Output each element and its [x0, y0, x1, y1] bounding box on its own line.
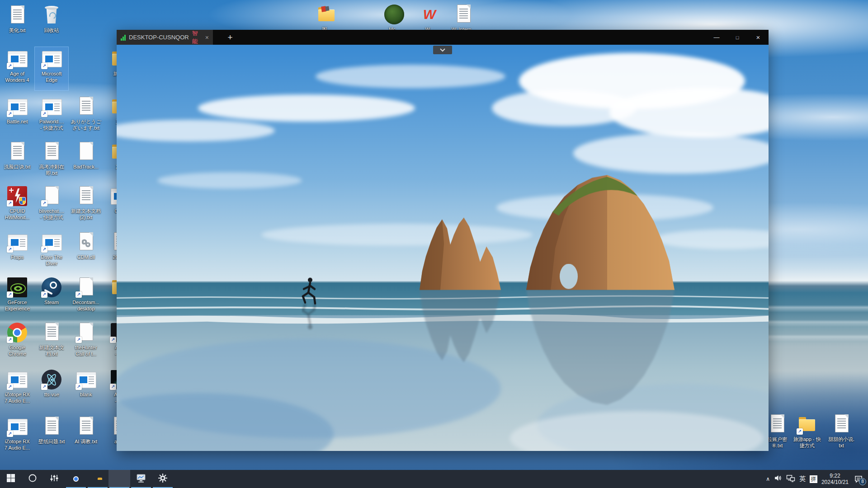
text-file-icon: [41, 416, 62, 437]
desktop-icon-badtrack[interactable]: BadTrack...: [69, 140, 103, 183]
settings-button[interactable]: [152, 470, 174, 488]
tray-expand-button[interactable]: ∧: [766, 476, 770, 482]
icon-label-line1: 旅游app - 快: [787, 436, 827, 442]
toolbar-expand-button[interactable]: [433, 46, 452, 54]
desktop-icon-ai-tiaojiao-txt[interactable]: AI 调教.txt: [69, 415, 103, 458]
desktop-icon-izotope-rx-7-audio-2[interactable]: iZotope RX7 Audio E...: [0, 415, 34, 458]
icon-label-line2: 7 Audio E...: [0, 398, 37, 404]
shortcut-arrow-icon: [75, 291, 82, 298]
volume-icon[interactable]: [774, 474, 782, 484]
desktop-icon-cpuid-hwmonitor[interactable]: CPUIDHWMonit...: [0, 184, 34, 228]
icon-label: 高考冲刺在即.txt: [32, 164, 71, 176]
shortcut-arrow-icon: [7, 291, 13, 298]
desktop-icon-arigatou-txt[interactable]: ありがとうございます.txt: [69, 95, 103, 138]
app-window-icon: [75, 369, 97, 390]
cpuid-icon: [6, 185, 28, 207]
tab-close-button[interactable]: ×: [205, 34, 209, 41]
desktop-icon-sweet-novel-txt[interactable]: 甜甜的小说.txt: [825, 413, 858, 456]
remote-desktop-app-button[interactable]: [108, 470, 130, 488]
text-file-icon: [75, 185, 97, 207]
desktop-icon-thehunter-call-of-the-wild[interactable]: theHunterCall of t...: [69, 321, 103, 364]
icon-label: Steam: [32, 299, 71, 305]
icon-label: 新建文本文档(2).txt: [66, 208, 106, 221]
desktop-icon-blank[interactable]: blank: [69, 368, 103, 411]
desktop-icon-izotope-rx-7-audio[interactable]: iZotope RX7 Audio E...: [0, 368, 34, 411]
desktop-icon-bizhi-wenti-txt[interactable]: 壁纸问题.txt: [35, 415, 68, 458]
text-file-icon: [41, 141, 62, 163]
icon-label-line1: Microsoft: [32, 70, 71, 77]
shortcut-arrow-icon: [41, 246, 47, 253]
desktop-icon-meihua-txt[interactable]: 美化.txt: [0, 4, 34, 47]
shortcut-arrow-icon: [41, 63, 47, 69]
icon-label-line1: Palworld....: [32, 118, 71, 125]
desktop-icon-steam[interactable]: Steam: [35, 276, 68, 319]
shortcut-arrow-icon: [110, 337, 116, 343]
icon-label-line1: CDM.dll: [66, 254, 106, 260]
shortcut-arrow-icon: [7, 337, 13, 343]
remote-desktop-viewport[interactable]: [117, 45, 769, 451]
desktop-icon-new-text-doc-2-txt[interactable]: 新建文本文档(2).txt: [69, 184, 103, 228]
dll-file-icon: [75, 231, 97, 253]
connection-quality-label[interactable]: 智能: [192, 29, 202, 46]
system-tray: ∧ 英 拼 9:22 2024/10/21: [766, 470, 868, 488]
remote-desktop-window: DESKTOP-CUSNQOR 智能 × + — □ ×: [117, 30, 769, 451]
icon-label-line2: Diver: [32, 260, 71, 267]
desktop-icon-microsoft-edge[interactable]: MicrosoftEdge: [35, 47, 68, 90]
shortcut-arrow-icon: [41, 111, 47, 117]
app-window-icon: [6, 48, 28, 70]
action-center-button[interactable]: 8: [853, 474, 864, 484]
search-button[interactable]: [22, 470, 43, 488]
icon-label: blank: [66, 391, 106, 398]
desktop-icon-decontam-desktop[interactable]: Decontam...desktop: [69, 276, 103, 319]
icon-label-line2: (2).txt: [66, 214, 106, 221]
start-button[interactable]: [0, 470, 22, 488]
clock[interactable]: 9:22 2024/10/21: [821, 473, 849, 485]
desktop-icon-palworld-shortcut[interactable]: Palworld....- 快捷方式: [35, 95, 68, 138]
remote-session-tab[interactable]: DESKTOP-CUSNQOR 智能 ×: [117, 30, 213, 45]
green-circle-icon: [383, 4, 405, 25]
desktop-icon-xilian-koujue-txt[interactable]: 洗脸口诀.txt: [0, 140, 34, 183]
icon-label: tts-vue: [32, 391, 71, 398]
desktop-icon-cdm-dll[interactable]: CDM.dll: [69, 230, 103, 274]
icon-label: Dave TheDiver: [32, 254, 71, 267]
folder-red-icon: [316, 4, 337, 25]
icon-label-line1: 壁纸问题.txt: [32, 438, 71, 445]
new-tab-button[interactable]: +: [223, 30, 237, 45]
icon-label: 旅游app - 快捷方式: [787, 436, 827, 449]
icon-label: blivechat....- 快捷方式: [32, 208, 71, 221]
icon-label-line1: 新建文本文: [32, 344, 71, 351]
taskbar-buttons: [0, 470, 174, 488]
desktop-icon-tts-vue[interactable]: tts-vue: [35, 368, 68, 411]
task-view-button[interactable]: [43, 470, 65, 488]
settings-gear-icon: [158, 473, 168, 485]
close-button[interactable]: ×: [748, 30, 769, 45]
desktop-icon-age-of-wonders-4[interactable]: Age ofWonders 4: [0, 47, 34, 90]
minimize-button[interactable]: —: [706, 30, 727, 45]
icon-label-line1: tts-vue: [32, 391, 71, 398]
maximize-button[interactable]: □: [727, 30, 748, 45]
desktop-icon-gaokao-chongci-txt[interactable]: 高考冲刺在即.txt: [35, 140, 68, 183]
icon-label-line1: 回收站: [32, 27, 71, 33]
hardware-monitor-button[interactable]: [130, 470, 152, 488]
desktop-icon-battle-net[interactable]: Battle.net: [0, 95, 34, 138]
desktop-icon-fraps[interactable]: Fraps: [0, 230, 34, 274]
file-explorer-button[interactable]: [87, 470, 108, 488]
desktop-icon-geforce-experience[interactable]: GeForceExperience: [0, 276, 34, 319]
desktop-icon-recycle-bin[interactable]: 回收站: [35, 4, 68, 47]
task-view-icon: [50, 474, 59, 484]
desktop-icon-new-text-doc-txt[interactable]: 新建文本文档.txt: [35, 321, 68, 364]
shortcut-arrow-icon: [797, 428, 803, 435]
network-icon[interactable]: [786, 474, 795, 484]
taskbar: ∧ 英 拼 9:22 2024/10/21: [0, 470, 868, 488]
icon-label: 回收站: [32, 27, 71, 33]
language-indicator[interactable]: 英: [799, 475, 806, 483]
desktop-icon-google-chrome[interactable]: GoogleChrome: [0, 321, 34, 364]
ime-mode-indicator[interactable]: 拼: [810, 475, 817, 483]
icon-label-line1: Decontam...: [66, 299, 106, 305]
desktop-icon-travel-app-folder-shortcut[interactable]: 旅游app - 快捷方式: [790, 413, 824, 456]
text-file-icon: [766, 413, 788, 435]
chrome-taskbar-button[interactable]: [65, 470, 87, 488]
desktop-icon-blivechat-shortcut[interactable]: blivechat....- 快捷方式: [35, 184, 68, 228]
remote-window-titlebar[interactable]: DESKTOP-CUSNQOR 智能 × + — □ ×: [117, 30, 769, 45]
desktop-icon-dave-the-diver[interactable]: Dave TheDiver: [35, 230, 68, 274]
